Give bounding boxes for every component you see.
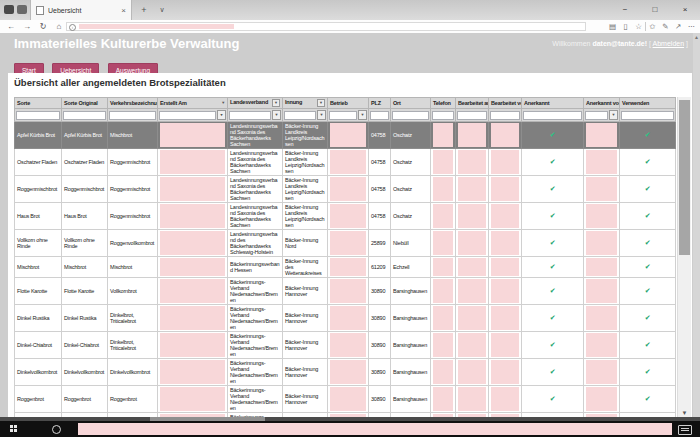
filter-input-anerkannt[interactable] xyxy=(523,111,582,120)
cell-landesverband: Bäckerinnungs-Verband Niedersachsen/Brem… xyxy=(228,305,283,332)
table-row[interactable]: Dinkel RustikaDinkel RustikaDinkelbrot, … xyxy=(15,305,676,332)
redacted-value xyxy=(433,279,453,303)
column-header-sorte[interactable]: Sorte xyxy=(15,98,62,109)
scrollbar-thumb[interactable] xyxy=(679,100,690,255)
column-header-ort[interactable]: Ort xyxy=(391,98,431,109)
filter-input-bearbeitet_am[interactable] xyxy=(457,111,487,120)
cell-bearbeitet_von xyxy=(489,230,522,257)
filter-input-plz[interactable] xyxy=(370,111,389,120)
redacted-value xyxy=(491,387,519,411)
home-icon[interactable]: ⌂ xyxy=(52,20,66,33)
filter-input-bearbeitet_von[interactable] xyxy=(490,111,520,120)
scroll-up-icon[interactable]: ▲ xyxy=(693,34,700,40)
filter-funnel-button-betrieb[interactable]: ▼ xyxy=(358,110,367,120)
cortana-icon[interactable] xyxy=(52,425,61,434)
tab-close-icon[interactable]: × xyxy=(121,6,126,15)
tab-preview-chevron-icon[interactable]: ∨ xyxy=(154,0,170,20)
web-note-icon[interactable]: ✎ xyxy=(659,22,672,31)
new-tab-button[interactable]: + xyxy=(136,0,152,20)
table-row[interactable]: MischbrotMischbrotMischbrotBäckerinnungs… xyxy=(15,257,676,278)
filter-input-sorte[interactable] xyxy=(16,111,60,120)
cell-telefon xyxy=(431,203,456,230)
table-row[interactable]: Flotte KarotteFlotte KarotteVollkornbrot… xyxy=(15,278,676,305)
table-row[interactable]: Oschatzer FladenOschatzer FladenRoggenmi… xyxy=(15,149,676,176)
forward-icon[interactable]: → xyxy=(20,20,34,33)
table-row[interactable]: RoggenbrotRoggenbrotRoggenbrotBäckerinnu… xyxy=(15,386,676,413)
redacted-value xyxy=(491,150,519,174)
table-row[interactable]: DinkelvollkornbrotDinkelvollkornbrotDink… xyxy=(15,359,676,386)
logout-link[interactable]: Abmelden xyxy=(653,40,685,47)
page-scrollbar[interactable]: ▲ xyxy=(693,33,700,417)
column-header-sorte_original[interactable]: Sorte Original xyxy=(62,98,108,109)
table-row[interactable]: RoggenmischbrotRoggenmischbrotRoggenmisc… xyxy=(15,176,676,203)
filter-funnel-button-anerkannt_von[interactable]: ▼ xyxy=(609,110,618,120)
cell-anerkannt_von xyxy=(584,359,620,386)
redacted-value xyxy=(433,258,453,276)
filter-input-betrieb[interactable] xyxy=(329,111,357,120)
scroll-down-icon[interactable]: ▼ xyxy=(678,410,691,416)
share-icon[interactable]: ↗ xyxy=(672,22,685,31)
hub-icon[interactable]: ▤ xyxy=(606,22,619,31)
column-header-landesverband[interactable]: Landesverband▼ xyxy=(228,98,283,109)
cell-betrieb xyxy=(328,176,369,203)
favorites-icon[interactable]: ☆ xyxy=(632,22,645,31)
filter-icon-landesverband[interactable]: ▼ xyxy=(272,99,280,107)
column-header-erstellt_am[interactable]: Erstellt Am▼ xyxy=(158,98,228,109)
column-header-bearbeitet_am[interactable]: Bearbeitet am xyxy=(456,98,489,109)
cell-bearbeitet_von xyxy=(489,122,522,149)
column-header-anerkannt_von[interactable]: Anerkannt von xyxy=(584,98,620,109)
back-icon[interactable]: ← xyxy=(4,20,18,33)
cell-verkehrsbezeichnung: Roggenmischbrot xyxy=(108,203,158,230)
filter-input-ort[interactable] xyxy=(392,111,429,120)
check-icon: ✔ xyxy=(550,314,556,321)
add-favorites-icon[interactable]: ✩ xyxy=(646,22,659,31)
filter-input-telefon[interactable] xyxy=(432,111,454,120)
more-options-icon[interactable]: ⋯ xyxy=(685,22,698,31)
filter-funnel-button-innung[interactable]: ▼ xyxy=(317,110,326,120)
redacted-value xyxy=(433,231,453,255)
column-header-bearbeitet_von[interactable]: Bearbeitet von xyxy=(489,98,522,109)
filter-input-verkehrsbezeichnung[interactable] xyxy=(109,111,156,120)
browser-tab[interactable]: Uebersicht × xyxy=(30,0,132,20)
minimize-button[interactable]: − xyxy=(610,0,640,20)
filter-input-sorte_original[interactable] xyxy=(63,111,106,120)
cell-bearbeitet_von xyxy=(489,359,522,386)
column-header-telefon[interactable]: Telefon xyxy=(431,98,456,109)
start-button[interactable] xyxy=(10,425,18,433)
filter-icon-erstellt_am[interactable]: ▼ xyxy=(221,100,225,105)
table-row[interactable]: Apfel Kürbis BrotApfel Kürbis BrotMischb… xyxy=(15,122,676,149)
filter-funnel-button-landesverband[interactable]: ▼ xyxy=(272,110,281,120)
filter-input-anerkannt_von[interactable] xyxy=(585,111,608,120)
filter-input-landesverband[interactable] xyxy=(229,111,271,120)
redacted-value xyxy=(458,333,486,357)
cell-bearbeitet_am xyxy=(456,149,489,176)
site-info-icon[interactable]: i xyxy=(69,24,76,31)
column-header-plz[interactable]: PLZ xyxy=(369,98,391,109)
refresh-icon[interactable]: ↻ xyxy=(36,20,50,33)
filter-icon-innung[interactable]: ▼ xyxy=(317,99,325,107)
column-header-anerkannt[interactable]: Anerkannt xyxy=(522,98,584,109)
filter-input-innung[interactable] xyxy=(284,111,316,120)
filter-input-verwenden[interactable] xyxy=(621,111,674,120)
column-header-innung[interactable]: Innung▼ xyxy=(283,98,328,109)
grid-vertical-scrollbar[interactable]: ▼ xyxy=(677,97,691,417)
maximize-button[interactable]: □ xyxy=(640,0,670,20)
column-header-betrieb[interactable]: Betrieb xyxy=(328,98,369,109)
address-bar[interactable]: i xyxy=(66,22,586,31)
cell-verwenden: ✔ xyxy=(620,203,676,230)
column-header-verwenden[interactable]: Verwenden xyxy=(620,98,676,109)
table-row[interactable]: Vollkorn ohne RindeVollkorn ohne RindeRo… xyxy=(15,230,676,257)
reading-view-icon[interactable]: ▯ xyxy=(619,22,632,31)
set-tabs-aside-icon[interactable] xyxy=(4,5,14,14)
redacted-value xyxy=(491,333,519,357)
tabs-preview-icon[interactable] xyxy=(17,5,27,14)
close-button[interactable]: × xyxy=(670,0,700,20)
cell-innung: Bäcker-Innung Landkreis Leipzig/Nordsach… xyxy=(283,122,328,149)
column-header-verkehrsbezeichnung[interactable]: Verkehrsbezeichnung xyxy=(108,98,158,109)
table-row[interactable]: Haus BrotHaus BrotRoggenmischbrotLandesi… xyxy=(15,203,676,230)
filter-input-erstellt_am[interactable] xyxy=(159,111,216,120)
touch-keyboard-icon[interactable] xyxy=(678,425,692,435)
cell-betrieb xyxy=(328,230,369,257)
filter-dropdown-button-erstellt_am[interactable]: ▾ xyxy=(217,110,226,120)
table-row[interactable]: Dinkel-ChiabrotDinkel-ChiabrotDinkelbrot… xyxy=(15,332,676,359)
